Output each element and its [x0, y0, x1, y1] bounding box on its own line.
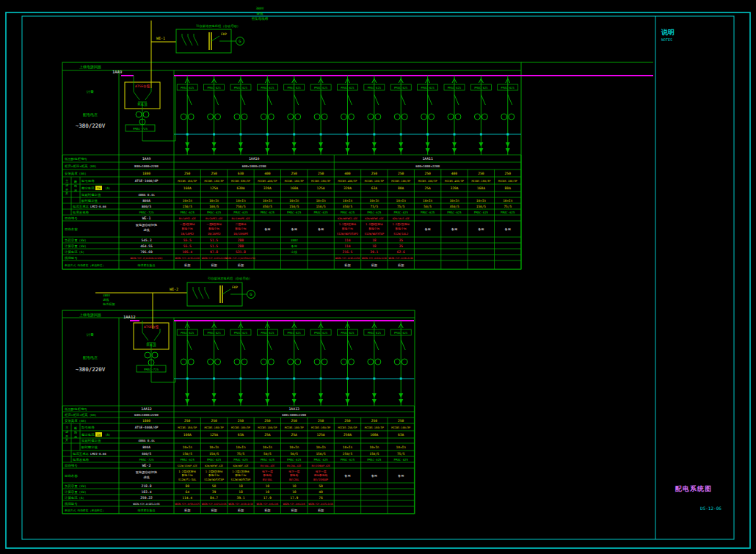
arrow-icon [292, 142, 297, 147]
wire [374, 95, 379, 105]
cell: 280 [238, 244, 244, 248]
arrow-icon [399, 393, 403, 398]
feeder-circuit: PMAC-625 [390, 76, 411, 155]
incoming-circuit-id: WE-2 [170, 287, 178, 291]
ct-icon [152, 352, 158, 358]
ct-icon [448, 114, 454, 120]
cell: 63A [371, 186, 378, 190]
cell: 10×In [263, 199, 273, 203]
row-label: 计算容量（kW） [65, 490, 88, 494]
arrow-icon [452, 142, 457, 147]
cell: WDZN-YJY-4×16+1×16 [388, 257, 413, 260]
cell: WDZN-YJY-4×6+1×6 [283, 503, 305, 506]
spare-note: 出线 [291, 250, 298, 254]
cell: BV/4AL [263, 478, 273, 481]
cell: WDZN-YJY-4×50+1×25 [175, 503, 200, 506]
cell: PMAC-625 [207, 211, 222, 214]
outer-border [6, 12, 750, 548]
feeder-circuit: PMAC-625 [257, 76, 277, 155]
ct-icon [455, 114, 461, 120]
ct-icon [288, 114, 294, 120]
cell: 备用 [318, 227, 324, 231]
cell: 10×In [343, 445, 353, 449]
cell: 160A [183, 433, 192, 437]
cell: 电缆桥架敷设 [138, 263, 156, 268]
cell: 160A [477, 186, 485, 190]
ct-icon [181, 359, 186, 365]
wire [481, 95, 485, 105]
cell: 10×In [289, 199, 299, 203]
cell: PMAC-625 [341, 458, 355, 462]
cell: 桥架 [238, 263, 244, 267]
feeder-meter-label: PMAC-625 [234, 86, 247, 90]
cell: WE-1 [142, 216, 151, 220]
cell: 1-2层C区商铺 [392, 222, 410, 226]
cell: 25A [264, 433, 271, 437]
cell: MCCBS-160/3P [311, 426, 330, 429]
feeder-meter-label: PMAC-625 [207, 86, 220, 90]
cell: MCCBS-100/3P [285, 426, 304, 429]
cell: 320A [263, 186, 272, 190]
ct-icon [401, 359, 407, 365]
gen-note: 引自柴油发电机组（自动启动） [196, 24, 240, 28]
ct-icon [215, 359, 221, 365]
ct-icon [348, 114, 354, 120]
arrow-icon [212, 393, 217, 398]
cell: 51.5 [210, 244, 218, 248]
arrow-icon [265, 142, 269, 147]
cell: 75/5 [397, 205, 405, 208]
arrow-icon [265, 393, 269, 398]
wire [294, 95, 299, 105]
wire [267, 340, 272, 350]
cell: 97.8 [210, 250, 218, 254]
arrow-icon [292, 393, 297, 398]
arrow-icon [239, 399, 243, 404]
arrow-icon [212, 142, 217, 147]
arrow-icon [239, 393, 243, 398]
row-label: 电度表规格 [73, 458, 90, 462]
cell: 1N/1XHAPE [233, 233, 248, 236]
cell: PMAC-625 [447, 211, 462, 214]
cell: 160A [370, 433, 378, 437]
vertical-label: 路 [74, 184, 77, 188]
vertical-label: 进 [65, 430, 69, 434]
cell: PMAC-625 [394, 211, 409, 214]
wire [508, 95, 512, 105]
feeder-circuit: PMAC-625 [310, 321, 331, 406]
cell: BV/2APE2-4ZE [206, 217, 222, 220]
cell: MCCBS-400/3P [338, 180, 357, 183]
feeder-circuit: PMAC-625 [364, 321, 385, 406]
arrow-icon [239, 142, 243, 147]
cell: 桥架 [238, 509, 244, 512]
notes-subtitle: NOTES [661, 38, 672, 43]
cell: 配电小间 [182, 227, 193, 230]
cell: MCCBS-160/3P [205, 180, 224, 183]
ct-icon [321, 114, 327, 120]
cell: BV/1SHDAP-4ZE [312, 464, 330, 467]
cell: 125A [317, 186, 325, 190]
cell: 10×In [343, 199, 353, 203]
wire [401, 95, 405, 105]
neutral-tap-dot [400, 378, 402, 380]
cell: 464.55 [140, 244, 153, 248]
feeder-circuit: PMAC-625 [257, 321, 277, 406]
feeder-circuit: PMAC-625 [470, 76, 491, 155]
gen-switch-label: FKP [221, 32, 227, 36]
ct-icon [295, 359, 301, 365]
cell: ATSE-1000/4P [135, 179, 159, 183]
cell: 795.69 [140, 250, 153, 254]
cell: WDZN-YJY-4×35+1×16 [175, 257, 200, 260]
vertical-label: 断 [74, 180, 78, 183]
cad-sheet[interactable]: 380V进线密集母线槽上级电源回路计量配电电压~380/220V1AA9ATSE… [0, 0, 756, 554]
cell: 150/5 [476, 205, 487, 208]
cell: PMAC-625 [501, 211, 515, 214]
row-label: 安装高度（mm） [65, 172, 88, 175]
row-label: 瞬时整定值 [81, 445, 98, 449]
cell: 配电箱 [290, 473, 298, 477]
cell: 75/5 [237, 452, 245, 456]
ct-icon [241, 114, 247, 120]
cell: 545.3 [142, 238, 152, 242]
wire [347, 95, 352, 105]
unit-border [62, 310, 415, 514]
cell: MCCBS-160/3P [205, 426, 224, 429]
